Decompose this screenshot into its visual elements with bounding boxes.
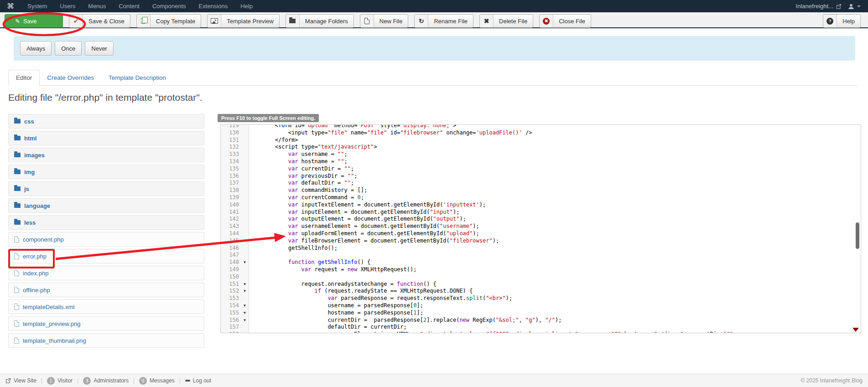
folder-icon: [14, 186, 21, 191]
code-line-152[interactable]: 152▾ if (request.readyState == XMLHttpRe…: [221, 288, 854, 295]
code-line-140[interactable]: 140 var inputTextElement = document.getE…: [221, 201, 854, 209]
sidebar-item-component-php[interactable]: component.php: [8, 232, 204, 247]
file-icon: [14, 253, 19, 259]
code-text: if (request.readyState == XMLHttpRequest…: [249, 288, 473, 295]
fold-arrow-icon[interactable]: ▾: [241, 310, 249, 317]
copy-icon: [137, 15, 151, 27]
manage-folders-button[interactable]: Manage Folders: [286, 14, 354, 28]
never-button[interactable]: Never: [85, 41, 114, 56]
once-button[interactable]: Once: [55, 41, 82, 56]
code-line-144[interactable]: 144 var uploadFormElement = document.get…: [221, 230, 854, 237]
user-menu[interactable]: [848, 3, 861, 10]
line-number: 150: [221, 273, 241, 281]
help-button[interactable]: ? Help: [823, 14, 861, 28]
tab-editor[interactable]: Editor: [8, 70, 40, 86]
rename-file-button[interactable]: ↻ Rename File: [414, 14, 473, 28]
code-line-142[interactable]: 142 var outputElement = document.getElem…: [221, 216, 854, 223]
always-button[interactable]: Always: [20, 41, 52, 56]
scroll-down-icon[interactable]: [852, 328, 859, 332]
code-line-158[interactable]: 158 usernameElement.innerHTML = "<div st…: [221, 331, 854, 333]
save-close-button[interactable]: ✔ Save & Close: [69, 14, 130, 28]
sidebar-item-language[interactable]: language: [8, 198, 204, 213]
fold-arrow-icon[interactable]: ▾: [241, 302, 249, 310]
code-line-150[interactable]: 150: [221, 273, 854, 281]
menu-system[interactable]: System: [21, 0, 53, 12]
save-button[interactable]: ✎ Save: [5, 14, 63, 28]
divider: |: [133, 377, 135, 384]
menu-extensions[interactable]: Extensions: [192, 0, 234, 12]
code-line-131[interactable]: 131 </form>: [221, 137, 854, 144]
sidebar-item-templatedetails-xml[interactable]: templateDetails.xml: [8, 299, 204, 314]
code-line-138[interactable]: 138 var commandHistory = [];: [221, 187, 854, 194]
line-number: 131: [221, 137, 241, 144]
code-line-130[interactable]: 130 <input type="file" name="file" id="f…: [221, 129, 854, 137]
code-line-129[interactable]: 129 <form id="upload" method="POST" styl…: [221, 124, 854, 129]
fold-gutter: [241, 266, 249, 273]
fold-arrow-icon[interactable]: ▾: [241, 281, 249, 288]
sidebar-item-less[interactable]: less: [8, 215, 204, 230]
code-line-149[interactable]: 149 var request = new XMLHttpRequest();: [221, 266, 854, 273]
sidebar-item-offline-php[interactable]: offline.php: [8, 283, 204, 297]
sidebar-item-index-php[interactable]: index.php: [8, 266, 204, 280]
delete-file-button[interactable]: ✖ Delete File: [479, 14, 533, 28]
messages-link[interactable]: 0 Messages: [139, 377, 175, 385]
site-preview-link[interactable]: Inlanefreight...: [796, 3, 842, 10]
fold-arrow-icon[interactable]: ▾: [241, 288, 249, 295]
code-line-155[interactable]: 155▾ hostname = parsedResponse[1];: [221, 310, 854, 317]
code-line-136[interactable]: 136 var previousDir = "";: [221, 173, 854, 180]
file-icon: [14, 236, 19, 243]
code-line-133[interactable]: 133 var username = "";: [221, 151, 854, 158]
template-file-tree: csshtmlimagesimgjslanguagelesscomponent.…: [8, 114, 204, 350]
tab-template-description[interactable]: Template Description: [101, 70, 173, 85]
code-line-132[interactable]: 132 <script type="text/javascript">: [221, 144, 854, 151]
code-line-157[interactable]: 157 defaultDir = currentDir;: [221, 324, 854, 331]
menu-content[interactable]: Content: [112, 0, 146, 12]
menu-components[interactable]: Components: [146, 0, 192, 12]
sidebar-item-img[interactable]: img: [8, 165, 204, 179]
admin-status-bar: View Site | 1 Visitor | 3 Administrators…: [0, 374, 868, 387]
code-editor[interactable]: 129 <form id="upload" method="POST" styl…: [220, 124, 861, 333]
sidebar-item-error-php[interactable]: error.php: [8, 249, 204, 263]
editor-scrollbar-thumb[interactable]: [856, 222, 859, 249]
code-line-154[interactable]: 154▾ username = parsedResponse[0];: [221, 302, 854, 310]
close-file-button[interactable]: ✖ Close File: [539, 14, 591, 28]
code-line-148[interactable]: 148▾ function getShellInfo() {: [221, 259, 854, 266]
sidebar-item-template-preview-png[interactable]: template_preview.png: [8, 316, 204, 331]
template-preview-button[interactable]: Template Preview: [207, 14, 280, 28]
visitors-link[interactable]: 1 Visitor: [47, 377, 73, 385]
code-line-147[interactable]: 147: [221, 252, 854, 259]
message-count-badge: 0: [139, 377, 147, 385]
code-line-145[interactable]: 145 var fileBrowserElement = document.ge…: [221, 237, 854, 245]
code-line-134[interactable]: 134 var hostname = "";: [221, 158, 854, 165]
x-icon: ✖: [480, 15, 494, 27]
menu-menus[interactable]: Menus: [82, 0, 112, 12]
code-line-141[interactable]: 141 var inputElement = document.getEleme…: [221, 209, 854, 216]
copy-template-button[interactable]: Copy Template: [136, 14, 201, 28]
sidebar-item-js[interactable]: js: [8, 181, 204, 196]
code-line-153[interactable]: 153 var parsedResponse = request.respons…: [221, 295, 854, 302]
administrators-link[interactable]: 3 Administrators: [83, 377, 129, 385]
sidebar-item-template-thumbnail-png[interactable]: template_thumbnail.png: [8, 333, 204, 348]
sidebar-item-css[interactable]: css: [8, 114, 204, 129]
code-line-151[interactable]: 151▾ request.onreadystatechange = functi…: [221, 281, 854, 288]
sidebar-item-label: component.php: [23, 236, 64, 243]
code-line-139[interactable]: 139 var currentCommand = 0;: [221, 194, 854, 201]
fold-arrow-icon[interactable]: ▾: [241, 317, 249, 324]
code-text: var username = "";: [249, 151, 348, 158]
view-site-link[interactable]: View Site: [5, 377, 36, 384]
sidebar-item-html[interactable]: html: [8, 131, 204, 145]
new-file-button[interactable]: New File: [360, 14, 409, 28]
fold-gutter: [241, 209, 249, 216]
logout-link[interactable]: Log out: [185, 377, 211, 384]
code-line-135[interactable]: 135 var currentDir = "";: [221, 165, 854, 173]
code-line-143[interactable]: 143 var usernameElement = document.getEl…: [221, 223, 854, 230]
fold-gutter: [241, 331, 249, 333]
tab-create-overrides[interactable]: Create Overrides: [40, 70, 101, 85]
menu-users[interactable]: Users: [53, 0, 82, 12]
code-line-146[interactable]: 146 getShellInfo();: [221, 245, 854, 252]
menu-help[interactable]: Help: [234, 0, 259, 12]
fold-arrow-icon[interactable]: ▾: [241, 259, 249, 266]
sidebar-item-images[interactable]: images: [8, 148, 204, 162]
code-line-156[interactable]: 156▾ currentDir = parsedResponse[2].repl…: [221, 317, 854, 324]
code-line-137[interactable]: 137 var defaultDir = "";: [221, 180, 854, 187]
